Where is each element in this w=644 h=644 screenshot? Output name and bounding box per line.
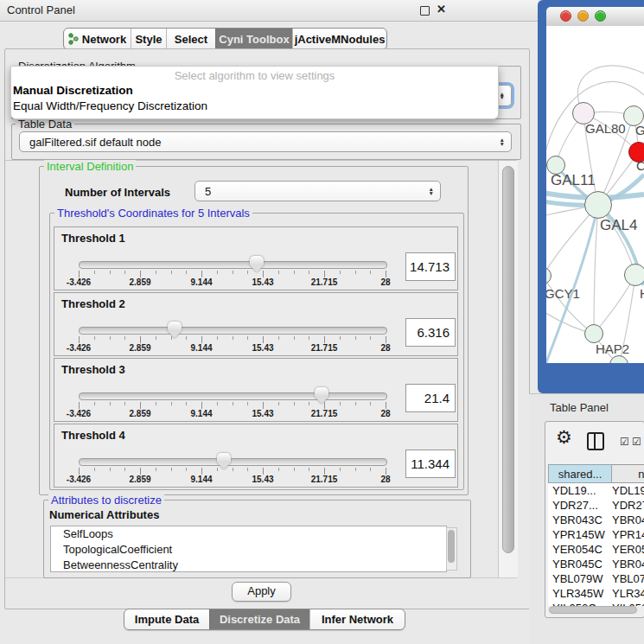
- threshold-3-value-field[interactable]: 21.4: [405, 384, 456, 412]
- tick-mark: [263, 468, 264, 475]
- table-row[interactable]: YBR045CYBR045C: [548, 557, 644, 571]
- tab-cyni-toolbox[interactable]: Cyni Toolbox: [215, 29, 292, 49]
- cell-name[interactable]: YDR27: [605, 498, 644, 513]
- tick-mark: [140, 336, 141, 343]
- tab-infer-network[interactable]: Infer Network: [309, 609, 405, 629]
- scrollbar-thumb[interactable]: [502, 166, 514, 553]
- tick-mark: [124, 468, 125, 471]
- dropdown-hint: Select algorithm to view settings: [11, 69, 498, 82]
- cell-name[interactable]: YBR045C: [605, 557, 644, 571]
- table-row[interactable]: YDL19...YDL19: [548, 483, 644, 498]
- cell-name[interactable]: YLR345W: [605, 586, 644, 601]
- algorithm-dropdown-popup: Select algorithm to view settings Manual…: [10, 66, 499, 119]
- close-panel-icon[interactable]: ✕: [437, 4, 446, 14]
- cell-shared-name[interactable]: YBR043C: [548, 513, 605, 527]
- cell-shared-name[interactable]: YBL079W: [548, 571, 605, 586]
- close-window-icon[interactable]: [560, 10, 571, 22]
- interval-definition-label: Interval Definition: [44, 160, 136, 173]
- tick-mark: [186, 336, 187, 340]
- threshold-2-slider[interactable]: [79, 327, 387, 335]
- table-row[interactable]: YER054CYER054C: [548, 542, 644, 557]
- checkbox-icon[interactable]: ☑: [620, 436, 629, 448]
- tick-mark: [156, 402, 156, 405]
- tick-mark: [233, 468, 233, 471]
- column-header-name[interactable]: na: [612, 464, 644, 483]
- table-row[interactable]: YDR27...YDR27: [548, 498, 644, 513]
- threshold-2-value-field[interactable]: 6.316: [405, 318, 456, 347]
- cell-shared-name[interactable]: YDL19...: [548, 483, 605, 498]
- attribute-item[interactable]: SelfLoops: [51, 526, 446, 542]
- threshold-4-value-field[interactable]: 11.344: [405, 450, 456, 478]
- settings-vertical-scrollbar[interactable]: [498, 161, 518, 577]
- tab-select[interactable]: Select: [166, 29, 215, 49]
- tick-mark: [94, 402, 95, 405]
- tab-discretize-data[interactable]: Discretize Data: [209, 609, 309, 629]
- network-canvas[interactable]: GAL80GACGAL11GAL4GCY1HHAP2: [546, 26, 644, 363]
- numerical-attributes-list[interactable]: SelfLoopsTopologicalCoefficientBetweenne…: [50, 526, 447, 572]
- threshold-3-slider[interactable]: [79, 392, 387, 400]
- tick-mark: [370, 271, 371, 274]
- table-row[interactable]: YBL079WYBL079W: [548, 571, 644, 586]
- tab-network[interactable]: Network: [64, 29, 131, 49]
- attributes-scrollbar[interactable]: [446, 527, 457, 571]
- tick-mark: [340, 468, 341, 471]
- tick-mark: [110, 402, 111, 405]
- cell-name[interactable]: YBR043C: [605, 513, 644, 527]
- gear-icon[interactable]: ⚙: [556, 427, 572, 448]
- node-label: GAL80: [585, 121, 626, 136]
- attribute-item[interactable]: BetweennessCentrality: [51, 558, 446, 572]
- tab-label: Cyni Toolbox: [219, 33, 289, 46]
- table-panel-title: Table Panel: [550, 401, 609, 414]
- table-row[interactable]: YBR043CYBR043C: [548, 513, 644, 527]
- slider-tick-labels: -3.4262.8599.14415.4321.71528: [79, 343, 386, 354]
- tick-label: 28: [380, 343, 390, 353]
- cell-shared-name[interactable]: YPR145W: [548, 527, 605, 542]
- scrollbar-thumb[interactable]: [448, 530, 455, 563]
- node-gal4[interactable]: [584, 191, 612, 219]
- tick-mark: [386, 468, 386, 475]
- apply-button[interactable]: Apply: [232, 582, 291, 602]
- threshold-1-slider[interactable]: [79, 261, 387, 269]
- tick-mark: [386, 336, 386, 343]
- float-panel-icon[interactable]: [420, 6, 430, 16]
- tick-mark: [294, 468, 295, 471]
- cell-shared-name[interactable]: YLR345W: [548, 586, 605, 601]
- cell-shared-name[interactable]: YDR27...: [548, 498, 605, 513]
- cell-name[interactable]: YDL19: [605, 483, 644, 498]
- tick-mark: [278, 402, 279, 405]
- checkbox-icon[interactable]: ☑: [632, 436, 641, 448]
- dropdown-option-manual[interactable]: Manual Discretization: [13, 84, 133, 97]
- minimize-window-icon[interactable]: [577, 10, 589, 22]
- threshold-label: Threshold 1: [61, 232, 125, 245]
- slider-tick-labels: -3.4262.8599.14415.4321.71528: [79, 277, 386, 288]
- tick-mark: [294, 402, 295, 405]
- tab-style[interactable]: Style: [131, 29, 166, 49]
- number-of-intervals-combo[interactable]: 5 ▲▼: [194, 181, 441, 201]
- tick-label: -3.426: [67, 343, 91, 353]
- table-row[interactable]: YPR145WYPR145W: [548, 527, 644, 542]
- node-hap2[interactable]: [584, 324, 603, 343]
- attribute-item[interactable]: TopologicalCoefficient: [51, 542, 446, 558]
- threshold-1-value-field[interactable]: 14.713: [405, 252, 456, 281]
- node-h[interactable]: [624, 264, 644, 286]
- tick-label: 28: [380, 475, 390, 484]
- table-data-combo[interactable]: galFiltered.sif default node ▲▼: [19, 131, 512, 152]
- tab-impute-data[interactable]: Impute Data: [124, 609, 209, 629]
- cell-shared-name[interactable]: YBR045C: [548, 557, 605, 571]
- cell-shared-name[interactable]: YER054C: [548, 542, 605, 557]
- cell-name[interactable]: YER054C: [605, 542, 644, 557]
- tab-jactivemnodules[interactable]: jActiveMNodules: [292, 29, 386, 49]
- columns-icon[interactable]: [587, 432, 604, 450]
- zoom-window-icon[interactable]: [595, 10, 606, 22]
- column-header-shared-name[interactable]: shared...: [548, 464, 612, 483]
- tick-mark: [140, 468, 141, 475]
- table-row[interactable]: YLR345WYLR345W: [548, 586, 644, 601]
- cell-name[interactable]: YPR145W: [605, 527, 644, 542]
- tick-mark: [233, 271, 233, 274]
- combo-arrows-icon: ▲▼: [500, 92, 505, 99]
- dropdown-option-equal-width[interactable]: Equal Width/Frequency Discretization: [13, 99, 207, 112]
- scrollbar-thumb[interactable]: [549, 606, 637, 614]
- threshold-4-slider[interactable]: [79, 458, 387, 466]
- cell-name[interactable]: YBL079W: [605, 571, 644, 586]
- table-horizontal-scrollbar[interactable]: [548, 606, 644, 615]
